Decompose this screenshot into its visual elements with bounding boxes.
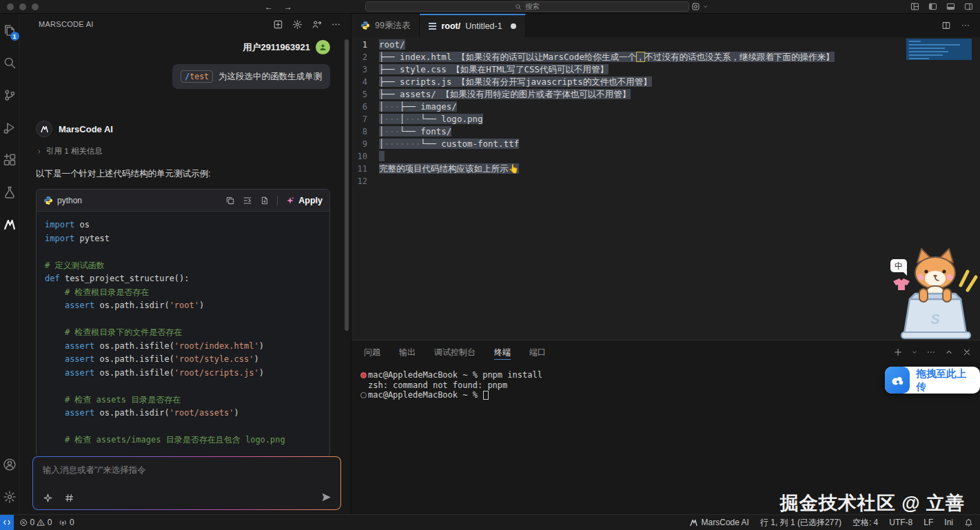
more-actions-icon[interactable]: [961, 21, 970, 30]
history-nav: ← →: [265, 0, 292, 14]
activity-source-control[interactable]: [0, 79, 19, 111]
split-editor-icon[interactable]: [941, 21, 951, 30]
zoom-button[interactable]: [32, 3, 39, 10]
code-line: [45, 420, 321, 434]
reference-toggle[interactable]: 引用 1 相关信息: [36, 146, 330, 156]
remote-icon: [3, 518, 11, 527]
status-notifications[interactable]: [964, 518, 973, 527]
ports-status[interactable]: 0: [59, 518, 74, 527]
editor-line[interactable]: 6│···├── images/: [351, 101, 980, 113]
status-language-mode[interactable]: Ini: [944, 518, 953, 527]
status-encoding[interactable]: UTF-8: [889, 518, 912, 527]
activity-bar-top: 1: [0, 14, 19, 241]
shirt-icon: [893, 278, 910, 290]
status-marscode-status[interactable]: MarsCode AI: [689, 518, 749, 527]
activity-bar-bottom: [0, 448, 19, 514]
chat-input-container: [32, 456, 341, 510]
minimap[interactable]: [906, 39, 973, 135]
editor-line[interactable]: 1root/: [351, 39, 980, 51]
apply-button[interactable]: Apply: [285, 196, 323, 205]
new-terminal-icon[interactable]: [893, 347, 903, 357]
editor-line[interactable]: 9│·······└── custom-font.ttf: [351, 138, 980, 150]
settings-icon: [3, 490, 17, 504]
editor-line[interactable]: 11完整的项目代码结构应该如上所示👆: [351, 163, 980, 175]
code-block-actions: Apply: [225, 196, 323, 205]
copy-icon[interactable]: [225, 196, 235, 205]
activity-search[interactable]: [0, 46, 19, 79]
command-idle-icon: [358, 392, 368, 398]
panel-tab[interactable]: 调试控制台: [434, 340, 476, 364]
editor-line[interactable]: 12: [351, 175, 980, 187]
divider: [277, 196, 278, 205]
activity-extensions[interactable]: [0, 143, 19, 176]
editor-line[interactable]: 2├── index.html 【如果没有的话可以让MarsCode给你生成一个…: [351, 51, 980, 63]
activity-account[interactable]: [0, 448, 19, 480]
apply-label: Apply: [298, 196, 323, 205]
preview-button[interactable]: [691, 2, 708, 11]
panel-more-icon[interactable]: [926, 347, 936, 357]
code-block-body: import osimport pytest# 定义测试函数def test_p…: [37, 212, 329, 456]
minimize-button[interactable]: [19, 3, 26, 10]
new-file-icon[interactable]: [260, 196, 269, 205]
remote-indicator[interactable]: [0, 515, 14, 530]
panel-tab[interactable]: 终端: [494, 340, 511, 364]
command-center-search[interactable]: 搜索: [365, 1, 689, 12]
modified-dot-icon[interactable]: [511, 23, 516, 29]
editor-tab-1[interactable]: 99乘法表: [351, 14, 420, 37]
chat-settings-icon[interactable]: [292, 19, 303, 30]
terminal-dropdown-icon[interactable]: [911, 349, 918, 356]
insert-icon[interactable]: [243, 196, 252, 205]
editor-line[interactable]: 5├── assets/ 【如果没有用特定的图片或者字体也可以不用管】: [351, 88, 980, 101]
activity-explorer[interactable]: 1: [0, 14, 19, 46]
line-number: 2: [351, 51, 379, 63]
layout-icon[interactable]: [910, 2, 919, 11]
maximize-panel-icon[interactable]: [944, 347, 954, 357]
problems-status[interactable]: 0 0: [19, 518, 52, 527]
assistant-name: MarsCode AI: [59, 124, 113, 134]
status-eol[interactable]: LF: [923, 518, 933, 527]
send-icon[interactable]: [320, 491, 332, 503]
source-control-icon: [3, 88, 17, 102]
close-panel-icon[interactable]: [962, 347, 972, 357]
sparkle-icon[interactable]: [43, 493, 53, 503]
status-label: LF: [923, 518, 933, 527]
python-icon: [360, 21, 370, 30]
editor-line[interactable]: 3├── style.css 【如果在HTML写了CSS代码可以不用管】: [351, 63, 980, 76]
new-chat-icon[interactable]: [273, 19, 283, 30]
editor-line[interactable]: 8│···└── fonts/: [351, 125, 980, 138]
editor-line[interactable]: 4├── scripts.js 【如果没有分开写javascripts的文件也不…: [351, 76, 980, 88]
panel-right-icon[interactable]: [964, 2, 973, 11]
activity-settings[interactable]: [0, 480, 19, 513]
line-number: 1: [351, 39, 379, 51]
share-icon[interactable]: [312, 19, 322, 30]
activity-run-debug[interactable]: [0, 111, 19, 143]
close-button[interactable]: [7, 3, 14, 10]
slash-command-chip: /test: [181, 70, 213, 83]
sidebar-scrollbar[interactable]: [345, 39, 349, 331]
status-cursor-position[interactable]: 行 1, 列 1 (已选择277): [760, 517, 841, 529]
user-message-text: 为这段选中的函数生成单测: [218, 71, 322, 83]
warning-icon: [37, 518, 45, 527]
panel-bottom-icon[interactable]: [946, 2, 955, 11]
testing-icon: [3, 185, 17, 199]
panel-tab[interactable]: 问题: [364, 340, 380, 364]
editor-pane[interactable]: 1root/2├── index.html 【如果没有的话可以让MarsCode…: [351, 37, 980, 340]
editor-line[interactable]: 10: [351, 150, 980, 163]
chat-input[interactable]: [43, 465, 331, 475]
hash-icon[interactable]: [64, 493, 74, 503]
editor-tab-2-active[interactable]: root/ Untitled-1: [420, 14, 525, 37]
upload-drop-button[interactable]: 拖拽至此上传: [885, 367, 980, 394]
panel-tab[interactable]: 输出: [399, 340, 416, 364]
activity-testing[interactable]: [0, 176, 19, 208]
forward-icon[interactable]: →: [284, 2, 292, 12]
back-icon[interactable]: ←: [265, 2, 273, 12]
more-actions-icon[interactable]: [331, 19, 341, 30]
activity-marscode-ai[interactable]: [0, 208, 19, 241]
account-icon: [3, 458, 17, 471]
code-block: python Apply import osimport pytest# 定义测…: [36, 189, 330, 456]
line-number: 11: [351, 163, 379, 175]
panel-left-icon[interactable]: [928, 2, 937, 11]
status-indentation[interactable]: 空格: 4: [853, 517, 878, 529]
editor-line[interactable]: 7│···│···└── logo.png: [351, 113, 980, 125]
panel-tab[interactable]: 端口: [529, 340, 546, 364]
